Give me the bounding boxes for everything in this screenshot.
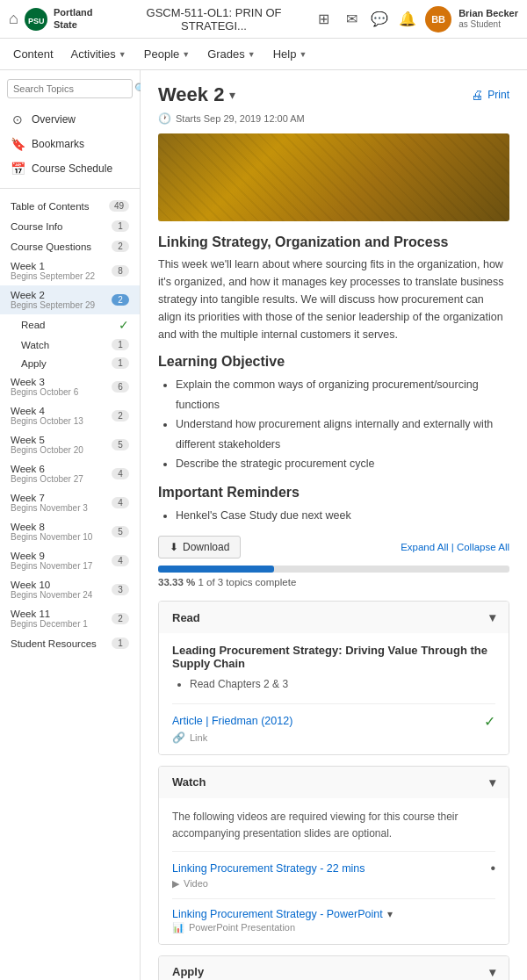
hero-overlay	[158, 133, 509, 221]
sidebar-week2-watch[interactable]: Watch 1	[0, 335, 140, 354]
sidebar-student-resources[interactable]: Student Resources 1	[0, 633, 140, 653]
article-link[interactable]: Article | Friedman (2012)	[172, 715, 292, 727]
sidebar-toc-header[interactable]: Table of Contents 49	[0, 196, 140, 216]
sidebar-course-schedule[interactable]: 📅 Course Schedule	[0, 156, 140, 181]
link-icon: 🔗	[172, 731, 185, 744]
progress-bar-inner	[158, 566, 274, 573]
user-avatar[interactable]: BB	[425, 6, 451, 32]
sidebar-week8[interactable]: Week 8 Begins November 10 5	[0, 517, 140, 546]
watch-description: The following videos are required viewin…	[172, 809, 495, 842]
sidebar-week11[interactable]: Week 11 Begins December 1 2	[0, 604, 140, 633]
user-role: as Student	[458, 19, 518, 30]
week10-sublabel: Begins November 24	[11, 590, 92, 600]
sidebar-week5[interactable]: Week 5 Begins October 20 5	[0, 430, 140, 459]
week3-badge: 6	[112, 381, 129, 393]
expand-collapse-controls: Expand All | Collapse All	[401, 542, 509, 552]
sidebar-overview[interactable]: ⊙ Overview	[0, 107, 140, 132]
week5-label: Week 5	[11, 435, 83, 445]
nav-content[interactable]: Content	[13, 47, 54, 61]
sidebar: 🔍 ⊙ Overview 🔖 Bookmarks 📅 Course Schedu…	[0, 70, 141, 980]
search-box[interactable]: 🔍	[7, 79, 133, 98]
sidebar-week6[interactable]: Week 6 Begins October 27 4	[0, 459, 140, 488]
ppt-caret-icon[interactable]: ▾	[387, 908, 393, 920]
accordion-apply: Apply ▾ Week 2 - Discussion Topics • 📋 D…	[158, 955, 509, 980]
user-initials: BB	[431, 14, 445, 25]
week2-label: Week 2	[11, 290, 95, 300]
week4-badge: 2	[112, 410, 129, 422]
accordion-watch-header[interactable]: Watch ▾	[159, 767, 509, 798]
week9-badge: 4	[112, 555, 129, 566]
home-logo[interactable]: ⌂ PSU Portland State	[9, 7, 115, 32]
mail-icon[interactable]: ✉	[341, 9, 362, 30]
video-dot-icon: •	[490, 861, 495, 876]
ppt-label-1: PowerPoint Presentation	[189, 922, 295, 933]
sidebar-week1[interactable]: Week 1 Begins September 22 8	[0, 256, 140, 285]
sidebar-week4[interactable]: Week 4 Begins October 13 2	[0, 401, 140, 430]
progress-description: 1 of 3 topics complete	[198, 577, 296, 587]
user-info: Brian Becker as Student	[458, 8, 518, 30]
nav-activities[interactable]: Activities ▼	[71, 47, 126, 61]
bell-icon[interactable]: 🔔	[397, 9, 418, 30]
apply-chevron-icon: ▾	[489, 965, 495, 979]
course-questions-badge: 2	[112, 241, 129, 252]
toc-label: Table of Contents	[11, 201, 109, 212]
reminders-list: Henkel's Case Study due next week	[158, 506, 509, 526]
read-chevron-icon: ▾	[489, 610, 495, 624]
sidebar-week3[interactable]: Week 3 Begins October 6 6	[0, 372, 140, 401]
apply-badge: 1	[112, 357, 129, 369]
print-icon: 🖨	[471, 88, 483, 102]
watch-badge: 1	[112, 339, 129, 350]
article-link-item: Article | Friedman (2012) ✓ 🔗 Link	[172, 703, 495, 744]
page-title-caret-icon[interactable]: ▾	[229, 88, 235, 102]
top-nav-icons: ⊞ ✉ 💬 🔔 BB Brian Becker as Student	[313, 6, 518, 32]
page-layout: 🔍 ⊙ Overview 🔖 Bookmarks 📅 Course Schedu…	[0, 70, 527, 980]
accordion-watch: Watch ▾ The following videos are require…	[158, 766, 509, 945]
expand-all-button[interactable]: Expand All	[401, 542, 448, 552]
nav-help[interactable]: Help ▼	[273, 47, 307, 61]
clock-icon: 🕐	[158, 112, 171, 125]
nav-grades[interactable]: Grades ▼	[207, 47, 256, 61]
chat-icon[interactable]: 💬	[369, 9, 390, 30]
sidebar-course-info[interactable]: Course Info 1	[0, 216, 140, 236]
accordion-read-header[interactable]: Read ▾	[159, 602, 509, 633]
reminder-1: Henkel's Case Study due next week	[176, 506, 509, 526]
home-icon[interactable]: ⌂	[9, 10, 18, 28]
sidebar-week2-apply[interactable]: Apply 1	[0, 354, 140, 372]
week7-sublabel: Begins November 3	[11, 503, 88, 513]
video-link-1[interactable]: Linking Procurement Strategy - 22 mins	[172, 862, 365, 875]
sidebar-bookmarks[interactable]: 🔖 Bookmarks	[0, 132, 140, 156]
sidebar-week2-read[interactable]: Read ✓	[0, 314, 140, 335]
nav-people[interactable]: People ▼	[144, 47, 190, 61]
week2-watch-label: Watch	[21, 340, 49, 350]
search-input[interactable]	[13, 83, 134, 94]
progress-container: 33.33 % 1 of 3 topics complete	[158, 566, 509, 587]
accordion-apply-header[interactable]: Apply ▾	[159, 956, 509, 980]
ppt-link-1[interactable]: Linking Procurement Strategy - PowerPoin…	[172, 908, 383, 920]
collapse-all-button[interactable]: Collapse All	[457, 542, 509, 552]
week9-label: Week 9	[11, 551, 92, 561]
schedule-icon: 📅	[11, 162, 25, 176]
week7-badge: 4	[112, 497, 129, 508]
week8-label: Week 8	[11, 522, 92, 532]
download-button[interactable]: ⬇ Download	[158, 536, 241, 558]
sidebar-divider	[0, 188, 140, 189]
week2-badge: 2	[112, 294, 129, 306]
ppt-icon: 📊	[172, 922, 184, 933]
week7-label: Week 7	[11, 493, 88, 503]
sidebar-week9[interactable]: Week 9 Begins November 17 4	[0, 546, 140, 575]
page-title: Week 2	[158, 83, 224, 106]
sidebar-week7[interactable]: Week 7 Begins November 3 4	[0, 488, 140, 517]
learning-obj-1: Explain the common ways of organizing pr…	[176, 375, 509, 414]
week8-badge: 5	[112, 526, 129, 537]
print-button[interactable]: 🖨 Print	[471, 88, 509, 102]
sidebar-course-questions[interactable]: Course Questions 2	[0, 236, 140, 256]
sidebar-week10[interactable]: Week 10 Begins November 24 3	[0, 575, 140, 604]
video-meta-1: ▶ Video	[172, 878, 495, 890]
help-caret: ▼	[299, 50, 307, 59]
student-resources-label: Student Resources	[11, 638, 112, 649]
week9-sublabel: Begins November 17	[11, 561, 92, 571]
bookmarks-icon: 🔖	[11, 137, 25, 151]
week1-label: Week 1	[11, 261, 95, 271]
sidebar-week2[interactable]: Week 2 Begins September 29 2	[0, 285, 140, 314]
grid-icon[interactable]: ⊞	[313, 9, 334, 30]
